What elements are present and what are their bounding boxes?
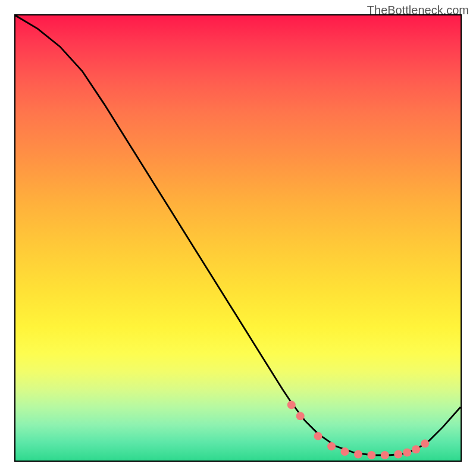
dot (341, 447, 349, 456)
dot (381, 451, 389, 459)
dot (412, 445, 420, 453)
dot (314, 432, 322, 440)
dot (296, 412, 305, 420)
chart-svg (15, 15, 461, 461)
dot (354, 450, 362, 459)
dot (394, 450, 402, 459)
dot (421, 440, 429, 448)
curve-line (15, 15, 461, 455)
dot (403, 449, 411, 457)
watermark-text: TheBottleneck.com (367, 4, 469, 17)
dot (287, 401, 296, 409)
plot-area (14, 14, 462, 462)
dot (367, 451, 375, 459)
dot (327, 442, 336, 450)
curve-dots (287, 401, 429, 460)
chart-container: TheBottleneck.com (0, 0, 476, 476)
